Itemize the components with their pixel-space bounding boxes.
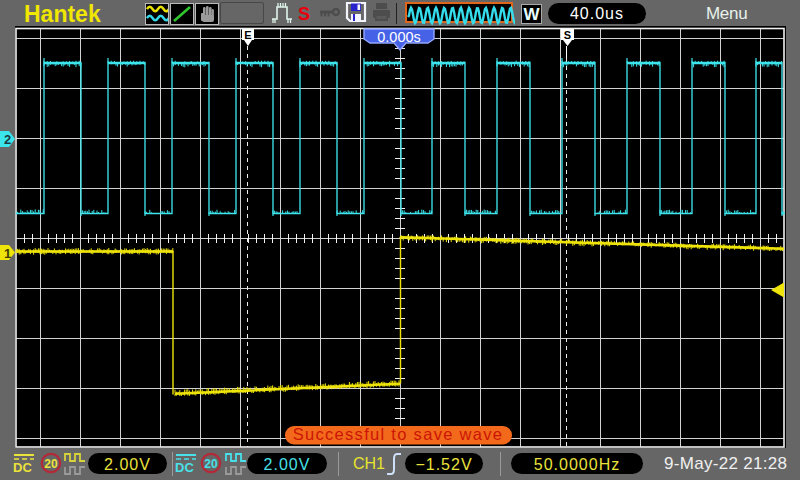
svg-text:1: 1 bbox=[4, 246, 11, 261]
svg-text:Successful to save wave: Successful to save wave bbox=[293, 425, 504, 443]
svg-text:20: 20 bbox=[44, 457, 58, 471]
svg-text:S: S bbox=[564, 29, 571, 41]
svg-text:20: 20 bbox=[204, 457, 218, 471]
svg-text:DC: DC bbox=[175, 460, 194, 475]
svg-text:E: E bbox=[244, 29, 251, 41]
svg-text:DC: DC bbox=[13, 460, 32, 475]
svg-text:2: 2 bbox=[4, 132, 11, 147]
svg-text:0.000s: 0.000s bbox=[377, 29, 421, 45]
